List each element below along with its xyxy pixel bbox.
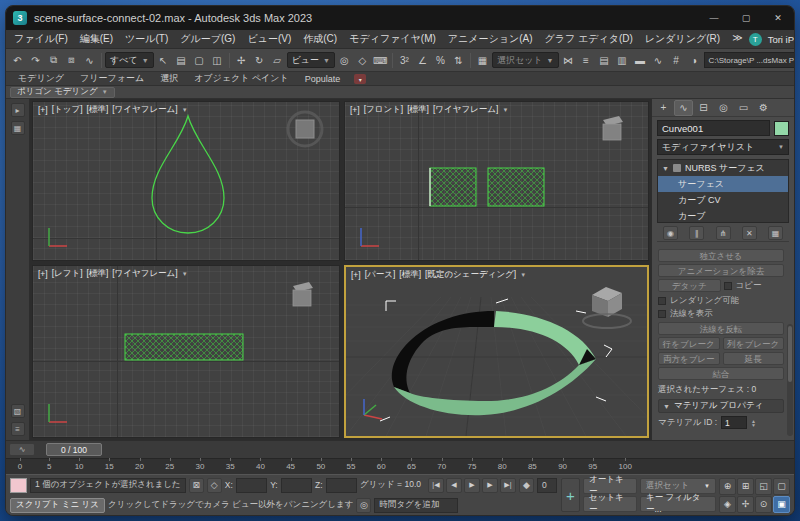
select-and-rotate-icon[interactable]: ↻	[251, 52, 268, 69]
object-name-field[interactable]: Curve001	[657, 120, 770, 136]
modify-tab[interactable]: ∿	[674, 100, 693, 116]
minimize-button[interactable]: —	[698, 6, 730, 30]
layer-explorer-icon[interactable]: ▥	[614, 52, 631, 69]
zoom-all-icon[interactable]: ⊞	[737, 478, 754, 495]
set-keys-button[interactable]: +	[561, 478, 580, 512]
ribbon-tab[interactable]: モデリング	[10, 72, 72, 85]
object-color-swatch[interactable]	[774, 121, 789, 136]
unlink-selection-icon[interactable]: ⧈	[63, 52, 80, 69]
keyboard-override-icon[interactable]: ⌨	[372, 52, 389, 69]
remove-animation-button[interactable]: アニメーションを除去	[658, 264, 784, 277]
menu-item[interactable]: モディファイヤ(M)	[343, 32, 442, 46]
material-editor-icon[interactable]: ◑	[686, 52, 703, 69]
edit-named-selection-sets-icon[interactable]: ▦	[474, 52, 491, 69]
menu-item[interactable]: アニメーション(A)	[442, 32, 539, 46]
viewcube-perspective[interactable]	[583, 287, 631, 328]
y-coord-field[interactable]	[281, 478, 312, 493]
maxscript-mini-listener[interactable]	[10, 478, 27, 493]
viewport-menu-standard[interactable]: [標準]	[87, 268, 109, 280]
curve-editor-icon[interactable]: ∿	[650, 52, 667, 69]
renderable-checkbox[interactable]: レンダリング可能	[658, 295, 784, 307]
teardrop-curve-object[interactable]	[152, 116, 224, 233]
set-key-button[interactable]: セットキー	[583, 496, 637, 512]
material-id-field[interactable]: 1	[721, 416, 747, 429]
snap-toggle-3d-icon[interactable]: 3²	[396, 52, 413, 69]
display-tab[interactable]: ▭	[734, 100, 753, 116]
viewport-left[interactable]: [+] [レフト] [標準] [ワイヤフレーム] ▼	[32, 265, 340, 438]
viewport-menu-general[interactable]: [+]	[351, 270, 361, 280]
key-mode-toggle-icon[interactable]: ◆	[519, 478, 534, 493]
stack-root-item[interactable]: ▼ NURBS サーフェス	[658, 160, 788, 176]
viewport-menu-pov[interactable]: [トップ]	[52, 104, 83, 116]
material-id-spinner[interactable]: ▲▼	[751, 419, 756, 427]
viewport-layout-grid-icon[interactable]: ▦	[11, 121, 25, 135]
align-icon[interactable]: ≡	[578, 52, 595, 69]
strip-settings-icon[interactable]: ≡	[11, 422, 25, 436]
show-end-result-icon[interactable]: ∥	[689, 226, 704, 240]
viewport-filter-icon[interactable]: ▼	[502, 107, 508, 113]
viewport-filter-icon[interactable]: ▼	[182, 107, 188, 113]
display-normals-checkbox[interactable]: 法線を表示	[658, 308, 784, 320]
select-and-move-icon[interactable]: ✢	[233, 52, 250, 69]
next-frame-button[interactable]: ▶	[482, 478, 498, 493]
select-by-name-icon[interactable]: ▤	[173, 52, 190, 69]
hierarchy-tab[interactable]: ⊟	[694, 100, 713, 116]
percent-snap-icon[interactable]: %	[432, 52, 449, 69]
selection-lock-toggle-icon[interactable]: ⊠	[189, 478, 204, 493]
material-properties-rollout-header[interactable]: ▼マテリアル プロパティ	[658, 399, 784, 413]
ribbon-tab[interactable]: オブジェクト ペイント	[186, 72, 297, 85]
add-time-tag-field[interactable]: 時間タグを追加	[374, 498, 458, 513]
go-to-start-button[interactable]: |◀	[428, 478, 444, 493]
track-bar[interactable]: ∿ 0 / 100	[6, 440, 794, 458]
ribbon-toggle-icon[interactable]: ▬	[632, 52, 649, 69]
orbit-icon[interactable]: ⊙	[755, 496, 772, 513]
maximize-viewport-toggle-icon[interactable]: ▣	[773, 496, 790, 513]
mini-curve-editor-button[interactable]: ∿	[9, 443, 35, 456]
pin-stack-icon[interactable]: ◉	[663, 226, 678, 240]
viewport-menu-general[interactable]: [+]	[350, 105, 360, 115]
surface-lattice-left[interactable]	[125, 334, 243, 360]
make-independent-button[interactable]: 独立させる	[658, 249, 784, 262]
nurbs-surface-object[interactable]	[392, 311, 596, 415]
join-button[interactable]: 結合	[658, 367, 784, 380]
select-and-link-icon[interactable]: ⧉	[45, 52, 62, 69]
viewport-menu-shading[interactable]: [ワイヤフレーム]	[433, 104, 498, 116]
configure-modifier-sets-icon[interactable]: ▦	[768, 226, 783, 240]
angle-snap-icon[interactable]: ∠	[414, 52, 431, 69]
bind-to-space-warp-icon[interactable]: ∿	[81, 52, 98, 69]
current-time-field[interactable]: 0	[537, 478, 557, 493]
z-coord-field[interactable]	[326, 478, 357, 493]
ribbon-tab[interactable]: Populate	[297, 72, 349, 85]
viewport-menu-pov[interactable]: [パース]	[365, 269, 396, 281]
break-column-button[interactable]: 列をブレーク	[723, 337, 785, 350]
go-to-end-button[interactable]: ▶|	[500, 478, 516, 493]
expand-toggle-icon[interactable]: ▼	[662, 165, 669, 172]
extend-button[interactable]: 延長	[723, 352, 785, 365]
menu-item[interactable]: レンダリング(R)	[639, 32, 726, 46]
stack-subobject-item[interactable]: サーフェス	[658, 176, 788, 192]
previous-frame-button[interactable]: ◀	[446, 478, 462, 493]
stack-subobject-item[interactable]: カーブ CV	[658, 192, 788, 208]
select-and-scale-icon[interactable]: ▱	[269, 52, 286, 69]
use-pivot-center-icon[interactable]: ◎	[336, 52, 353, 69]
viewport-menu-shading[interactable]: [ワイヤフレーム]	[112, 268, 177, 280]
time-slider-handle[interactable]: 0 / 100	[46, 443, 102, 456]
select-and-manipulate-icon[interactable]: ◇	[354, 52, 371, 69]
viewport-menu-general[interactable]: [+]	[38, 269, 48, 279]
redo-icon[interactable]: ↷	[27, 52, 44, 69]
project-folder-field[interactable]: C:\Storage\P ...dsMax Project	[704, 52, 794, 68]
menu-item[interactable]: ファイル(F)	[8, 32, 74, 46]
viewport-filter-icon[interactable]: ▼	[520, 272, 526, 278]
break-row-button[interactable]: 行をブレーク	[658, 337, 720, 350]
viewport-layout-tab-icon[interactable]: ▸	[11, 103, 25, 117]
pan-view-icon[interactable]: ✢	[737, 496, 754, 513]
flip-normals-button[interactable]: 法線を反転	[658, 322, 784, 335]
titlebar[interactable]: 3 scene-surface-connect-02.max - Autodes…	[6, 6, 794, 30]
remove-modifier-icon[interactable]: ✕	[742, 226, 757, 240]
field-of-view-icon[interactable]: ◈	[719, 496, 736, 513]
viewport-menu-pov[interactable]: [フロント]	[364, 104, 404, 116]
viewport-menu-standard[interactable]: [標準]	[87, 104, 109, 116]
polygon-modeling-button[interactable]: ポリゴン モデリング▼	[10, 87, 115, 98]
break-both-button[interactable]: 両方をブレーク	[658, 352, 720, 365]
close-button[interactable]: ✕	[762, 6, 794, 30]
